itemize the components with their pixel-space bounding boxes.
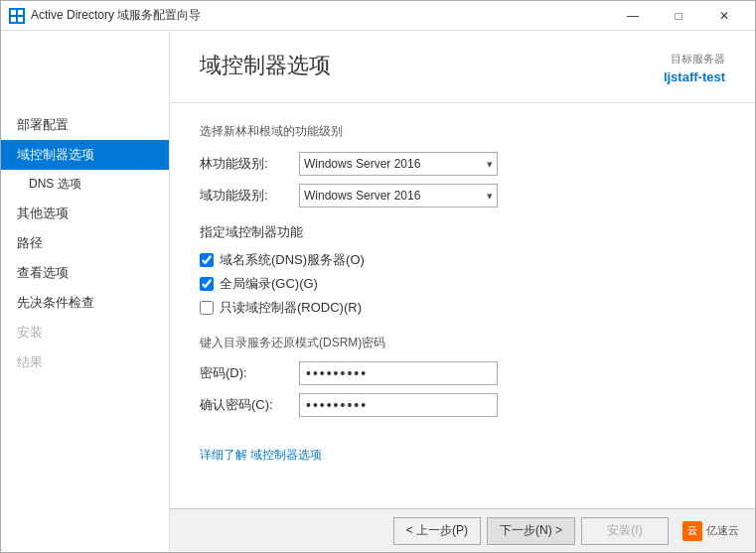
form-content: 选择新林和根域的功能级别 林功能级别: Windows Server 2016 … <box>170 103 755 508</box>
sidebar-item-path[interactable]: 路径 <box>1 228 169 258</box>
watermark-text: 亿速云 <box>706 523 739 538</box>
sidebar-item-install: 安装 <box>1 318 169 347</box>
password-label: 密码(D): <box>200 364 299 382</box>
main-layout: 部署配置 域控制器选项 DNS 选项 其他选项 路径 查看选项 先决条件检查 安… <box>1 31 755 552</box>
forest-level-select-wrapper: Windows Server 2016 Windows Server 2012 … <box>299 152 498 176</box>
functional-level-section-label: 选择新林和根域的功能级别 <box>200 123 725 140</box>
sidebar: 部署配置 域控制器选项 DNS 选项 其他选项 路径 查看选项 先决条件检查 安… <box>1 31 170 552</box>
install-button: 安装(I) <box>581 517 669 545</box>
svg-rect-0 <box>11 10 16 15</box>
dc-functions-label: 指定域控制器功能 <box>200 223 725 241</box>
gc-checkbox-row: 全局编录(GC)(G) <box>200 275 725 293</box>
svg-rect-1 <box>18 10 23 15</box>
password-row: 密码(D): <box>200 361 725 385</box>
server-name: ljstaff-test <box>664 68 725 87</box>
watermark-icon: 云 <box>682 521 702 541</box>
next-button[interactable]: 下一步(N) > <box>487 517 575 545</box>
main-window: Active Directory 域服务配置向导 — □ ✕ 部署配置 域控制器… <box>0 0 756 553</box>
rodc-checkbox-row: 只读域控制器(RODC)(R) <box>200 299 725 317</box>
domain-level-label: 域功能级别: <box>200 187 299 205</box>
sidebar-item-deploy-config[interactable]: 部署配置 <box>1 110 169 140</box>
domain-level-select-wrapper: Windows Server 2016 Windows Server 2012 … <box>299 184 498 207</box>
page-title: 域控制器选项 <box>200 51 331 80</box>
watermark: 云 亿速云 <box>682 521 739 541</box>
sidebar-item-prereq-check[interactable]: 先决条件检查 <box>1 288 169 318</box>
dns-checkbox[interactable] <box>200 253 214 267</box>
sidebar-item-view-options[interactable]: 查看选项 <box>1 258 169 288</box>
svg-rect-3 <box>18 17 23 22</box>
sidebar-item-result: 结果 <box>1 347 169 377</box>
sidebar-item-other-options[interactable]: 其他选项 <box>1 199 169 228</box>
minimize-button[interactable]: — <box>610 1 656 31</box>
sidebar-item-dns-options[interactable]: DNS 选项 <box>1 170 169 199</box>
dns-checkbox-row: 域名系统(DNS)服务器(O) <box>200 251 725 269</box>
maximize-button[interactable]: □ <box>656 1 701 31</box>
svg-rect-2 <box>11 17 16 22</box>
rodc-checkbox[interactable] <box>200 301 214 315</box>
domain-level-row: 域功能级别: Windows Server 2016 Windows Serve… <box>200 184 725 207</box>
domain-level-select[interactable]: Windows Server 2016 Windows Server 2012 … <box>299 184 498 207</box>
forest-level-row: 林功能级别: Windows Server 2016 Windows Serve… <box>200 152 725 176</box>
forest-level-select[interactable]: Windows Server 2016 Windows Server 2012 … <box>299 152 498 176</box>
server-label: 目标服务器 <box>664 51 725 68</box>
header-banner: 域控制器选项 目标服务器 ljstaff-test <box>170 31 755 103</box>
gc-checkbox[interactable] <box>200 277 214 291</box>
back-button[interactable]: < 上一步(P) <box>393 517 481 545</box>
window-title: Active Directory 域服务配置向导 <box>31 7 610 24</box>
password-input[interactable] <box>299 361 498 385</box>
gc-checkbox-label[interactable]: 全局编录(GC)(G) <box>220 275 318 293</box>
content-area: 域控制器选项 目标服务器 ljstaff-test 选择新林和根域的功能级别 林… <box>170 31 755 552</box>
dns-checkbox-label[interactable]: 域名系统(DNS)服务器(O) <box>220 251 365 269</box>
forest-level-label: 林功能级别: <box>200 155 299 173</box>
app-icon <box>9 8 25 24</box>
sidebar-item-dc-options[interactable]: 域控制器选项 <box>1 140 169 170</box>
server-info: 目标服务器 ljstaff-test <box>664 51 725 86</box>
rodc-checkbox-label[interactable]: 只读域控制器(RODC)(R) <box>220 299 362 317</box>
title-bar: Active Directory 域服务配置向导 — □ ✕ <box>1 1 755 31</box>
dsrm-section-label: 键入目录服务还原模式(DSRM)密码 <box>200 335 725 351</box>
more-link[interactable]: 详细了解 域控制器选项 <box>200 448 322 462</box>
more-link-container: 详细了解 域控制器选项 <box>200 447 725 464</box>
confirm-password-label: 确认密码(C): <box>200 396 299 414</box>
confirm-password-row: 确认密码(C): <box>200 393 725 417</box>
confirm-password-input[interactable] <box>299 393 498 417</box>
footer: < 上一步(P) 下一步(N) > 安装(I) 云 亿速云 <box>170 508 755 552</box>
window-controls: — □ ✕ <box>610 1 747 31</box>
close-button[interactable]: ✕ <box>701 1 747 31</box>
